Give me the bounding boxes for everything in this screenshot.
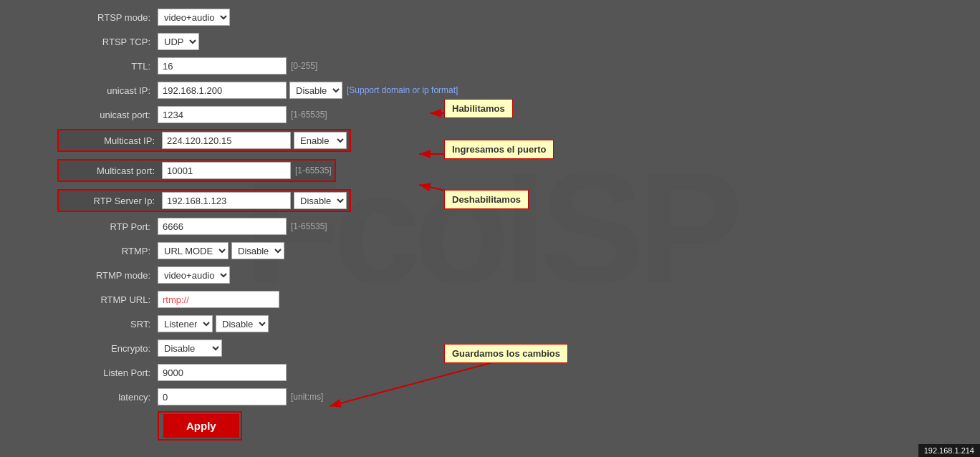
rtp-server-ip-input[interactable] <box>162 192 291 209</box>
rtp-port-label: RTP Port: <box>57 221 158 232</box>
rtsp-tcp-select[interactable]: UDP <box>158 33 199 50</box>
unicast-port-input[interactable] <box>158 106 287 123</box>
srt-select1[interactable]: Listener <box>158 315 213 332</box>
rtmp-select1[interactable]: URL MODE <box>158 242 229 259</box>
callout-ingresamos-puerto: Ingresamos el puerto <box>444 140 554 159</box>
apply-button-wrapper: Apply <box>158 411 242 441</box>
multicast-ip-select[interactable]: Enable Disable <box>294 132 347 149</box>
rtmp-row: RTMP: URL MODE Disable Enable <box>57 241 966 261</box>
rtmp-url-label: RTMP URL: <box>57 294 158 305</box>
multicast-ip-input[interactable] <box>162 132 291 149</box>
latency-input[interactable] <box>158 388 287 405</box>
unicast-ip-select[interactable]: Disable <box>289 82 342 99</box>
callout-habilitamos: Habilitamos <box>444 99 513 118</box>
rtsp-mode-select[interactable]: video+audio <box>158 9 230 26</box>
rtmp-label: RTMP: <box>57 246 158 256</box>
rtmp-url-row: RTMP URL: <box>57 289 966 309</box>
srt-row: SRT: Listener Disable Enable <box>57 314 966 334</box>
unicast-ip-row: unicast IP: Disable [Support domain or i… <box>57 80 966 100</box>
listen-port-label: Listen Port: <box>57 367 158 378</box>
ttl-row: TTL: [0-255] <box>57 56 966 76</box>
apply-row: Apply <box>57 411 966 441</box>
rtsp-mode-label: RTSP mode: <box>57 12 158 23</box>
rtmp-mode-row: RTMP mode: video+audio <box>57 265 966 285</box>
listen-port-row: Listen Port: <box>57 362 966 383</box>
rtsp-mode-row: RTSP mode: video+audio <box>57 7 966 27</box>
ip-badge: 192.168.1.214 <box>918 444 980 457</box>
rtp-server-ip-select[interactable]: Disable Enable <box>294 192 347 209</box>
ttl-input[interactable] <box>158 57 287 74</box>
rtmp-url-input[interactable] <box>158 291 279 308</box>
multicast-ip-label: Multicast IP: <box>62 135 162 146</box>
rtp-port-hint: [1-65535] <box>291 221 327 231</box>
srt-label: SRT: <box>57 319 158 329</box>
ttl-label: TTL: <box>57 61 158 72</box>
unicast-ip-label: unicast IP: <box>57 85 158 96</box>
listen-port-input[interactable] <box>158 364 287 381</box>
rtsp-tcp-row: RTSP TCP: UDP <box>57 32 966 52</box>
rtmp-mode-label: RTMP mode: <box>57 270 158 281</box>
unicast-ip-hint: [Support domain or ip format] <box>347 85 458 95</box>
latency-row: latency: [unit:ms] <box>57 387 966 407</box>
encrypto-label: Encrypto: <box>57 343 158 354</box>
multicast-port-hint: [1-65535] <box>295 165 332 175</box>
rtmp-mode-select[interactable]: video+audio <box>158 266 230 284</box>
unicast-port-hint: [1-65535] <box>291 110 327 120</box>
callout-deshabilitamos: Deshabilitamos <box>444 190 529 209</box>
apply-button[interactable]: Apply <box>163 414 239 438</box>
rtp-port-row: RTP Port: [1-65535] <box>57 216 966 236</box>
multicast-ip-row: Multicast IP: Enable Disable <box>57 129 351 152</box>
unicast-port-label: unicast port: <box>57 110 158 120</box>
latency-label: latency: <box>57 392 158 403</box>
encrypto-select[interactable]: Disable Enable <box>158 340 222 357</box>
ttl-hint: [0-255] <box>291 61 317 71</box>
rtp-server-ip-label: RTP Server Ip: <box>62 196 162 206</box>
rtp-port-input[interactable] <box>158 218 287 235</box>
unicast-ip-input[interactable] <box>158 82 287 99</box>
rtsp-tcp-label: RTSP TCP: <box>57 37 158 47</box>
rtmp-select2[interactable]: Disable Enable <box>231 242 284 259</box>
rtp-server-ip-row: RTP Server Ip: Disable Enable <box>57 189 351 212</box>
multicast-port-input[interactable] <box>162 162 291 179</box>
latency-hint: [unit:ms] <box>291 392 323 402</box>
callout-guardamos-cambios: Guardamos los cambios <box>444 344 568 363</box>
multicast-port-row: Multicast port: [1-65535] <box>57 159 336 182</box>
multicast-port-label: Multicast port: <box>62 165 162 176</box>
srt-select2[interactable]: Disable Enable <box>216 315 269 332</box>
